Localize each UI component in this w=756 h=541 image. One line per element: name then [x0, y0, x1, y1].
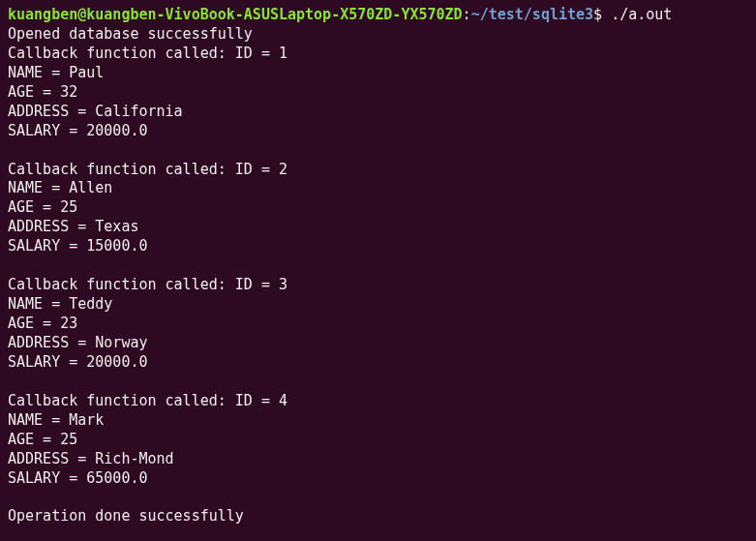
- prompt-colon: :: [463, 6, 471, 23]
- output-opened: Opened database successfully: [8, 25, 748, 45]
- record-name: NAME = Allen: [8, 179, 748, 198]
- prompt-path: ~/test/sqlite3: [471, 6, 593, 23]
- output-done: Operation done successfully: [8, 507, 748, 526]
- record-address: ADDRESS = Texas: [8, 218, 748, 237]
- record-age: AGE = 25: [8, 431, 748, 450]
- record-header: Callback function called: ID = 2: [8, 161, 748, 180]
- record-salary: SALARY = 65000.0: [8, 469, 748, 489]
- record-header: Callback function called: ID = 3: [8, 276, 748, 295]
- prompt-dollar: $: [593, 6, 602, 23]
- record-address: ADDRESS = Norway: [8, 334, 748, 353]
- record-address: ADDRESS = Rich-Mond: [8, 450, 748, 469]
- record-age: AGE = 25: [8, 198, 748, 218]
- record-header: Callback function called: ID = 1: [8, 45, 748, 64]
- record-age: AGE = 32: [8, 83, 748, 103]
- record-name: NAME = Mark: [8, 411, 748, 431]
- command-typed: ./a.out: [602, 6, 672, 23]
- record-name: NAME = Teddy: [8, 295, 748, 315]
- blank-line: [8, 488, 748, 507]
- record-salary: SALARY = 20000.0: [8, 353, 748, 373]
- blank-line: [8, 373, 748, 392]
- record-salary: SALARY = 15000.0: [8, 237, 748, 256]
- record-age: AGE = 23: [8, 315, 748, 334]
- blank-line: [8, 141, 748, 161]
- record-salary: SALARY = 20000.0: [8, 122, 748, 141]
- record-address: ADDRESS = California: [8, 103, 748, 122]
- prompt-line: kuangben@kuangben-VivoBook-ASUSLaptop-X5…: [8, 6, 748, 25]
- prompt-user-host: kuangben@kuangben-VivoBook-ASUSLaptop-X5…: [8, 6, 463, 23]
- blank-line: [8, 256, 748, 276]
- record-header: Callback function called: ID = 4: [8, 392, 748, 411]
- record-name: NAME = Paul: [8, 64, 748, 83]
